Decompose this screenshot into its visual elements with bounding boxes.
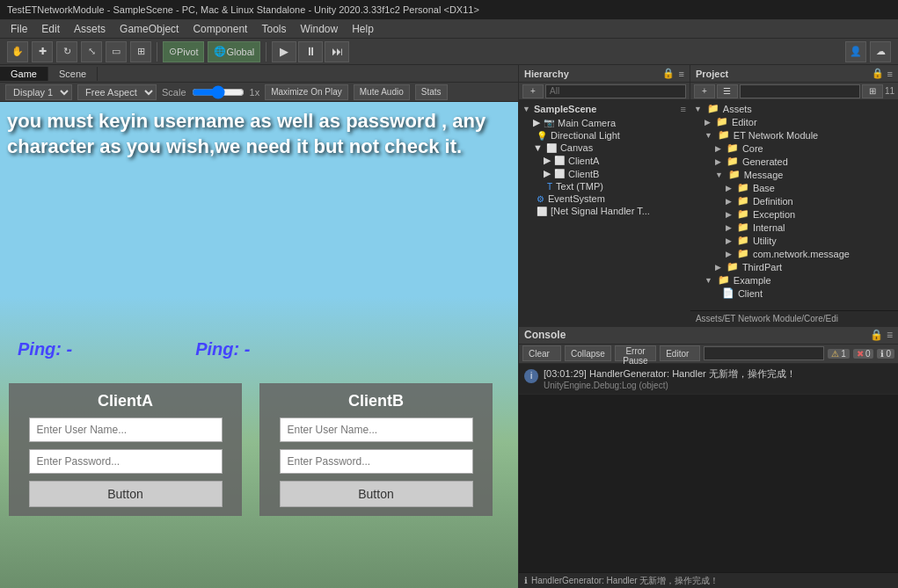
hierarchy-toolbar: + [519, 83, 690, 100]
client-a-username[interactable] [29, 417, 223, 442]
ping-left: Ping: - [18, 339, 72, 359]
menu-component[interactable]: Component [186, 21, 254, 37]
main-area: Game Scene Display 1 Free Aspect Scale 1… [0, 65, 898, 588]
client-b-password[interactable] [280, 449, 473, 474]
hierarchy-scene[interactable]: ▼ SampleScene ≡ [519, 102, 690, 116]
move-tool[interactable]: ✚ [32, 41, 53, 62]
menu-assets[interactable]: Assets [67, 21, 113, 37]
client-b-button[interactable]: Button [280, 481, 473, 507]
menu-file[interactable]: File [4, 21, 34, 37]
client-a-button[interactable]: Button [29, 481, 223, 507]
generated-folder-icon: 📁 [726, 156, 739, 167]
transform-tool[interactable]: ⊞ [130, 41, 151, 62]
project-base[interactable]: ▶ 📁 Base [722, 181, 898, 194]
project-view-button[interactable]: ⊞ [862, 84, 883, 98]
client-file-icon: 📄 [722, 287, 734, 299]
hierarchy-menu-icon[interactable]: ≡ [678, 69, 683, 79]
left-panel: Game Scene Display 1 Free Aspect Scale 1… [0, 65, 519, 588]
project-filter-button[interactable]: ☰ [717, 84, 738, 98]
menu-edit[interactable]: Edit [34, 21, 67, 37]
aspect-select[interactable]: Free Aspect [77, 84, 157, 100]
editor-button[interactable]: Editor [660, 345, 700, 361]
separator2 [266, 42, 266, 62]
pivot-button[interactable]: ⊙ Pivot [163, 41, 204, 62]
hierarchy-add-button[interactable]: + [522, 84, 544, 98]
project-com-network-message[interactable]: ▶ 📁 com.network.message [722, 247, 898, 260]
console-search[interactable] [704, 346, 824, 360]
hierarchy-net-signal[interactable]: ⬜ [Net Signal Handler T... [519, 205, 690, 217]
project-assets[interactable]: ▼ 📁 Assets [690, 102, 898, 115]
client-a-password[interactable] [29, 449, 223, 474]
account-button[interactable]: 👤 [845, 41, 866, 62]
project-utility[interactable]: ▶ 📁 Utility [722, 234, 898, 247]
generated-arrow: ▶ [715, 157, 721, 166]
definition-folder-icon: 📁 [737, 195, 749, 207]
project-message[interactable]: ▼ 📁 Message [712, 168, 898, 181]
hierarchy-list: ▼ SampleScene ≡ ▶ 📷 Main Camera 💡 Direct… [519, 100, 690, 326]
project-example[interactable]: ▼ 📁 Example [701, 273, 898, 287]
play-button[interactable]: ▶ [272, 41, 296, 62]
scene-menu-icon[interactable]: ≡ [680, 104, 685, 114]
error-pause-button[interactable]: Error Pause [615, 345, 656, 361]
display-select[interactable]: Display 1 [5, 84, 72, 100]
hand-tool[interactable]: ✋ [7, 41, 28, 62]
hierarchy-client-a[interactable]: ▶ ⬜ ClientA [519, 154, 690, 167]
text-icon: T [547, 182, 552, 192]
hierarchy-directional-light[interactable]: 💡 Directional Light [519, 129, 690, 142]
ping-row: Ping: - Ping: - [0, 339, 518, 359]
project-client-file[interactable]: 📄 Client [712, 287, 898, 300]
hierarchy-main-camera[interactable]: ▶ 📷 Main Camera [519, 116, 690, 129]
menu-window[interactable]: Window [293, 21, 345, 37]
collapse-button[interactable]: Collapse [565, 345, 611, 361]
console-entry-0[interactable]: i [03:01:29] HandlerGenerator: Handler 无… [519, 364, 898, 395]
hierarchy-search[interactable] [545, 84, 686, 98]
project-search[interactable] [740, 84, 860, 98]
game-instruction-text: you must keyin username as well as passw… [7, 109, 508, 159]
hierarchy-eventsystem[interactable]: ⚙ EventSystem [519, 192, 690, 205]
rotate-tool[interactable]: ↻ [56, 41, 77, 62]
pause-button[interactable]: ⏸ [298, 41, 323, 62]
project-internal[interactable]: ▶ 📁 Internal [722, 221, 898, 234]
step-button[interactable]: ⏭ [325, 41, 349, 62]
console-toolbar: Clear Collapse Error Pause Editor ⚠ 1 ✖ … [519, 345, 898, 364]
hierarchy-client-b[interactable]: ▶ ⬜ ClientB [519, 167, 690, 180]
project-et-network-module[interactable]: ▼ 📁 ET Network Module [701, 128, 898, 142]
client-b-username[interactable] [280, 417, 473, 442]
clear-button[interactable]: Clear [522, 345, 561, 361]
hierarchy-text[interactable]: T Text (TMP) [519, 180, 690, 192]
menubar: File Edit Assets GameObject Component To… [0, 19, 898, 39]
console-menu-icon[interactable]: ≡ [887, 329, 893, 341]
project-breadcrumb: Assets/ET Network Module/Core/Edi [690, 310, 898, 326]
scale-slider[interactable] [192, 87, 245, 98]
rect-tool[interactable]: ▭ [106, 41, 127, 62]
menu-tools[interactable]: Tools [254, 21, 293, 37]
scene-tab[interactable]: Scene [48, 67, 98, 81]
menu-gameobject[interactable]: GameObject [113, 21, 186, 37]
client-a-label: ClientA [568, 156, 599, 166]
game-tab[interactable]: Game [0, 67, 48, 81]
project-core[interactable]: ▶ 📁 Core [712, 142, 898, 155]
hierarchy-canvas[interactable]: ▼ ⬜ Canvas [519, 142, 690, 154]
project-exception[interactable]: ▶ 📁 Exception [722, 207, 898, 221]
eventsystem-label: EventSystem [548, 193, 605, 204]
client-panels: ClientA Button ClientB Button [9, 383, 493, 516]
project-generated[interactable]: ▶ 📁 Generated [712, 155, 898, 168]
project-menu-icon[interactable]: ≡ [887, 69, 893, 79]
assets-arrow: ▼ [694, 105, 702, 113]
project-header: Project 🔒 ≡ [690, 65, 898, 83]
cloud-button[interactable]: ☁ [870, 41, 891, 62]
et-network-label: ET Network Module [734, 130, 818, 141]
internal-arrow: ▶ [726, 223, 732, 232]
project-editor[interactable]: ▶ 📁 Editor [701, 115, 898, 128]
project-thirdpart[interactable]: ▶ 📁 ThirdPart [712, 260, 898, 273]
menu-help[interactable]: Help [345, 21, 381, 37]
project-add-button[interactable]: + [694, 84, 715, 98]
canvas-label: Canvas [560, 142, 593, 153]
thirdpart-arrow: ▶ [715, 263, 721, 272]
project-definition[interactable]: ▶ 📁 Definition [722, 194, 898, 207]
global-button[interactable]: 🌐 Global [208, 41, 260, 62]
maximize-button[interactable]: Maximize On Play [265, 84, 348, 100]
stats-button[interactable]: Stats [415, 84, 448, 100]
scale-tool[interactable]: ⤡ [81, 41, 102, 62]
mute-button[interactable]: Mute Audio [354, 84, 410, 100]
